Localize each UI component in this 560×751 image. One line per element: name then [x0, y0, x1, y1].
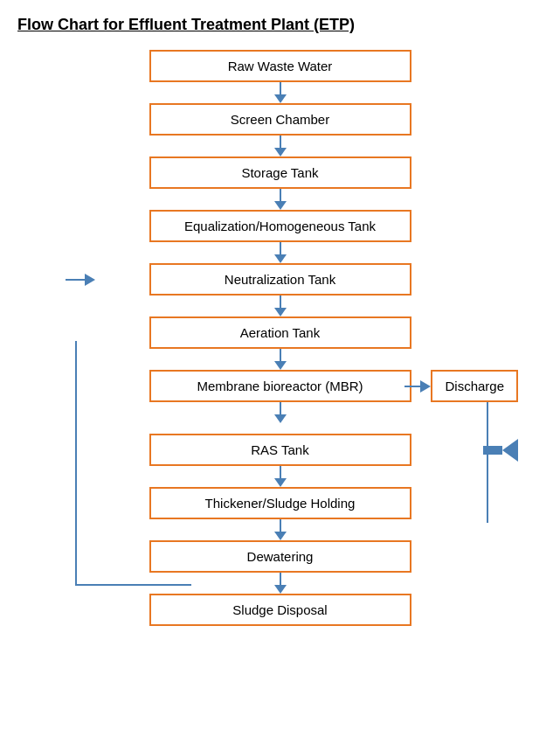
page-title: Flow Chart for Effluent Treatment Plant … — [17, 16, 543, 34]
left-feedback-vert-line — [75, 341, 77, 516]
mbr-row: Membrane bioreactor (MBR) Discharge — [17, 370, 543, 402]
arrow-8 — [274, 519, 287, 540]
screen-chamber-box: Screen Chamber — [149, 103, 411, 136]
thickener-box: Thickener/Sludge Holding — [149, 487, 411, 519]
mbr-box: Membrane bioreactor (MBR) — [149, 370, 411, 402]
arrow-5 — [274, 296, 287, 316]
equalization-tank-box: Equalization/Homogeneous Tank — [149, 210, 411, 242]
left-feedback-vert-line-2 — [75, 514, 77, 584]
flowchart: Raw Waste Water Screen Chamber Storage T… — [17, 50, 543, 626]
arrow-7 — [274, 466, 287, 487]
left-feedback-horiz-bottom — [75, 584, 191, 586]
right-vert-full-line — [487, 435, 488, 523]
sludge-disposal-box: Sludge Disposal — [149, 594, 411, 626]
ras-tank-box: RAS Tank — [149, 434, 411, 466]
ras-row: RAS Tank — [17, 434, 543, 466]
arrow-3 — [274, 189, 287, 210]
arrow-6 — [274, 349, 287, 370]
arrow-9 — [274, 573, 287, 594]
discharge-box: Discharge — [431, 370, 518, 402]
mbr-to-ras-section — [17, 402, 543, 427]
dewatering-box: Dewatering — [149, 540, 411, 573]
neutralization-row: Neutralization Tank — [17, 263, 543, 296]
aeration-tank-box: Aeration Tank — [149, 316, 411, 349]
storage-tank-box: Storage Tank — [149, 156, 411, 189]
neutralization-tank-box: Neutralization Tank — [149, 263, 411, 296]
left-feedback-arrow — [66, 274, 95, 286]
arrow-4 — [274, 242, 287, 263]
arrow-1 — [274, 82, 287, 103]
discharge-side: Discharge — [404, 370, 518, 402]
raw-waste-water-box: Raw Waste Water — [149, 50, 411, 82]
arrow-2 — [274, 136, 287, 156]
big-arrow-ras — [483, 439, 518, 462]
